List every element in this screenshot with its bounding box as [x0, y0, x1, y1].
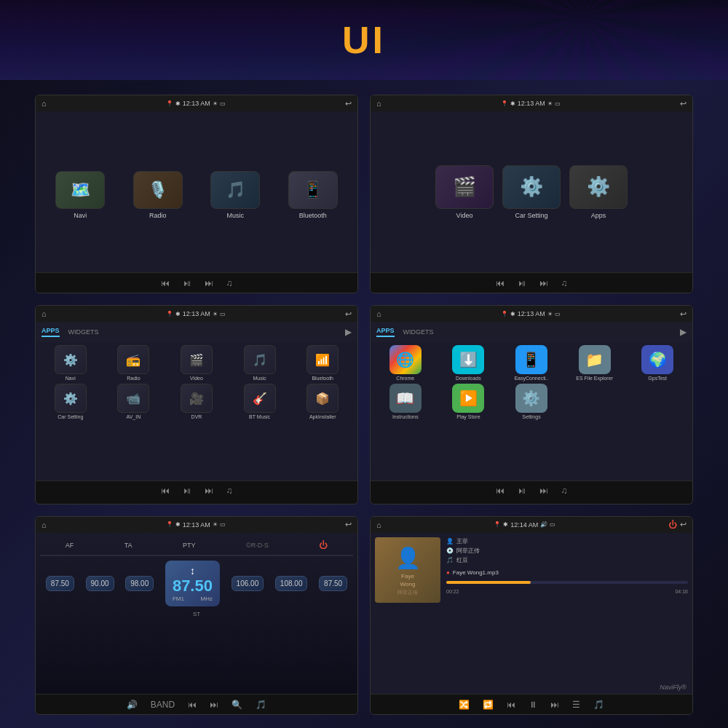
band-btn[interactable]: BAND [151, 700, 175, 710]
volume-btn[interactable]: 🔊 [127, 700, 138, 710]
play-btn-3[interactable]: ⏯ [183, 486, 191, 496]
play-btn-4[interactable]: ⏯ [518, 486, 526, 496]
pause-btn[interactable]: ⏸ [529, 700, 537, 710]
apps-tab-4[interactable]: APPS [376, 327, 395, 337]
freq-10600[interactable]: 106.00 [232, 576, 264, 591]
s3-music[interactable]: 🎵 Music [229, 345, 290, 381]
repeat-btn[interactable]: 🔁 [483, 700, 494, 710]
freq-mhz-label: MHz [201, 596, 213, 602]
apps-tab-3[interactable]: APPS [41, 327, 60, 337]
s3-apk[interactable]: 📦 ApkInstaller [292, 384, 353, 419]
list-btn[interactable]: ☰ [572, 700, 580, 710]
widgets-tab-3[interactable]: WIDGETS [68, 328, 99, 336]
s3-video[interactable]: 🎬 Video [166, 345, 227, 381]
home-icon[interactable]: ⌂ [41, 99, 47, 108]
back-icon-2[interactable]: ↩ [680, 99, 687, 108]
next-btn-1[interactable]: ⏭ [205, 278, 213, 288]
status-bar-6: ⌂ 📍 ✱ 12:14 AM 🔊 ▭ ⏻ ↩ [371, 517, 692, 533]
af-btn[interactable]: AF [66, 542, 74, 549]
page-wrapper: UI ⌂ 📍 ✱ 12:13 AM ☀ ▭ ↩ [0, 0, 728, 728]
home-icon-5[interactable]: ⌂ [41, 521, 47, 529]
music-btn-2[interactable]: ♫ [561, 278, 568, 288]
s3-navi[interactable]: ⚙️ Navi [40, 345, 101, 381]
app-radio[interactable]: 🎙️ Radio [133, 171, 183, 219]
freq-9800[interactable]: 98.00 [125, 576, 154, 591]
app-music[interactable]: 🎵 Music [210, 171, 260, 219]
bluetooth-icon-s1: ✱ [175, 100, 181, 107]
s4-downloads[interactable]: ⬇️ Downloads [438, 345, 499, 381]
next-btn-5[interactable]: ⏭ [210, 700, 218, 710]
ta-btn[interactable]: TA [124, 542, 132, 549]
s3-dvr[interactable]: 🎥 DVR [166, 384, 227, 419]
s4-chrome[interactable]: 🌐 Chrome [375, 345, 436, 381]
s3-avin[interactable]: 📹 AV_IN [103, 384, 165, 419]
s4-easyconnect[interactable]: 📱 EasyConnecti.. [501, 345, 562, 381]
radio-power-btn[interactable]: ⏻ [319, 540, 328, 550]
back-icon-5[interactable]: ↩ [345, 520, 352, 529]
s4-settings-icon: ⚙️ [515, 384, 547, 413]
upload-icon-3[interactable]: ▶ [345, 327, 352, 337]
app-video[interactable]: 🎬 Video [435, 165, 494, 219]
back-icon-4[interactable]: ↩ [680, 309, 687, 319]
upload-icon-4[interactable]: ▶ [680, 327, 687, 337]
freq-10800[interactable]: 108.00 [275, 576, 308, 591]
navifly-watermark: NaviFly® [660, 684, 687, 691]
s3-btmusic[interactable]: 🎸 BT Music [229, 384, 290, 419]
freq-8750b[interactable]: 87.50 [319, 576, 347, 591]
home-icon-4[interactable]: ⌂ [376, 309, 381, 318]
brightness-icon-2: ☀ [547, 100, 553, 107]
status-bar-3: ⌂ 📍 ✱ 12:13 AM ☀ ▭ ↩ [36, 306, 357, 322]
back-icon-1[interactable]: ↩ [345, 99, 352, 108]
home-icon-2[interactable]: ⌂ [376, 99, 381, 108]
next-btn-4[interactable]: ⏭ [539, 486, 548, 496]
back-icon-6[interactable]: ↩ [680, 520, 687, 529]
widgets-tab-4[interactable]: WIDGETS [403, 328, 434, 336]
s4-settings[interactable]: ⚙️ Settings [501, 384, 562, 419]
music-btn-5[interactable]: 🎵 [256, 700, 266, 710]
s3-bluetooth[interactable]: 📶 Bluetooth [292, 345, 353, 381]
pty-btn[interactable]: PTY [183, 542, 196, 549]
screen3-apps-header: APPS WIDGETS ▶ [36, 322, 357, 342]
app-car-setting[interactable]: ⚙️ Car Setting [502, 165, 561, 219]
power-btn-6[interactable]: ⏻ [668, 520, 677, 530]
app-apps[interactable]: ⚙️ Apps [569, 165, 628, 219]
home-icon-6[interactable]: ⌂ [376, 521, 381, 529]
s4-playstore[interactable]: ▶️ Play Store [438, 384, 499, 419]
prev-btn-1[interactable]: ⏮ [161, 278, 170, 288]
album-art: 👤 Faye Wong 阿菲正传 [375, 537, 440, 603]
prev-btn-5[interactable]: ⏮ [188, 700, 197, 710]
s3-btmusic-icon: 🎸 [244, 384, 276, 413]
back-icon-3[interactable]: ↩ [345, 309, 352, 319]
music-label: Music [226, 212, 244, 219]
next-btn-6[interactable]: ⏭ [550, 700, 559, 710]
prev-btn-2[interactable]: ⏮ [496, 278, 505, 288]
controls-bar-4: ⏮ ⏯ ⏭ ♫ [371, 480, 692, 501]
prev-btn-6[interactable]: ⏮ [507, 700, 515, 710]
next-btn-2[interactable]: ⏭ [539, 278, 548, 288]
freq-9000[interactable]: 90.00 [86, 576, 114, 591]
s4-gpstest[interactable]: 🌍 GpsTest [627, 345, 688, 381]
s4-instructions[interactable]: 📖 Instructions [375, 384, 436, 419]
home-icon-3[interactable]: ⌂ [41, 309, 47, 318]
prev-btn-3[interactable]: ⏮ [161, 486, 170, 496]
s3-navi-label: Navi [66, 376, 76, 381]
s3-radio[interactable]: 📻 Radio [103, 345, 165, 381]
music-btn-6[interactable]: 🎵 [593, 700, 604, 710]
next-btn-3[interactable]: ⏭ [205, 486, 213, 496]
progress-bar[interactable] [446, 581, 688, 584]
video-label: Video [456, 212, 473, 219]
play-btn-2[interactable]: ⏯ [518, 278, 526, 288]
app-bluetooth[interactable]: 📱 Bluetooth [288, 171, 338, 219]
play-btn-1[interactable]: ⏯ [183, 278, 191, 288]
music-btn-3[interactable]: ♫ [226, 486, 233, 496]
s3-carsetting[interactable]: ⚙️ Car Setting [40, 384, 101, 419]
freq-8750[interactable]: 87.50 [46, 576, 74, 591]
prev-btn-4[interactable]: ⏮ [496, 486, 505, 496]
music-btn-1[interactable]: ♫ [226, 278, 233, 288]
music-btn-4[interactable]: ♫ [561, 486, 568, 496]
search-btn[interactable]: 🔍 [232, 700, 242, 710]
s4-esfile[interactable]: 📁 ES File Explorer [564, 345, 625, 381]
app-icons-row-1: 🗺️ Navi 🎙️ Radio 🎵 Music 📱 Bluetooth [41, 171, 352, 219]
app-navi[interactable]: 🗺️ Navi [55, 171, 105, 219]
shuffle-btn[interactable]: 🔀 [459, 700, 470, 710]
